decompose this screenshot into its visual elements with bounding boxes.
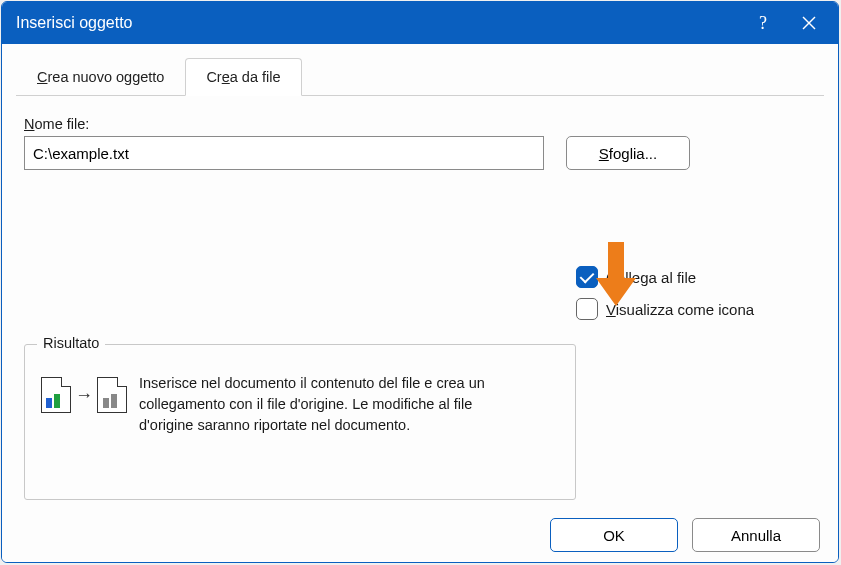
- result-text: Inserisce nel documento il contenuto del…: [139, 373, 519, 436]
- dialog-footer: OK Annulla: [16, 512, 824, 556]
- insert-object-dialog: Inserisci oggetto ? Crea nuovo oggetto C…: [1, 1, 839, 563]
- titlebar: Inserisci oggetto ?: [2, 2, 838, 44]
- filename-label: Nome file:: [24, 116, 544, 132]
- tab-create-from-file[interactable]: Crea da file: [185, 58, 301, 96]
- arrow-right-icon: →: [75, 385, 93, 406]
- dialog-content: Crea nuovo oggetto Crea da file Nome fil…: [2, 44, 838, 562]
- tab-panel: Nome file: Sfoglia... Collega al file: [16, 96, 824, 512]
- dialog-title: Inserisci oggetto: [16, 14, 740, 32]
- tab-create-new[interactable]: Crea nuovo oggetto: [16, 58, 185, 95]
- tab-strip: Crea nuovo oggetto Crea da file: [16, 58, 824, 96]
- ok-button[interactable]: OK: [550, 518, 678, 552]
- result-legend: Risultato: [37, 335, 105, 351]
- close-button[interactable]: [786, 2, 832, 44]
- result-icon: →: [41, 377, 127, 413]
- help-button[interactable]: ?: [740, 2, 786, 44]
- svg-text:?: ?: [759, 13, 767, 33]
- browse-button[interactable]: Sfoglia...: [566, 136, 690, 170]
- result-box: Risultato → Inserisce nel documento il c…: [24, 344, 576, 500]
- cancel-button[interactable]: Annulla: [692, 518, 820, 552]
- svg-marker-3: [596, 242, 636, 306]
- filename-input[interactable]: [24, 136, 544, 170]
- annotation-arrow-icon: [594, 242, 638, 306]
